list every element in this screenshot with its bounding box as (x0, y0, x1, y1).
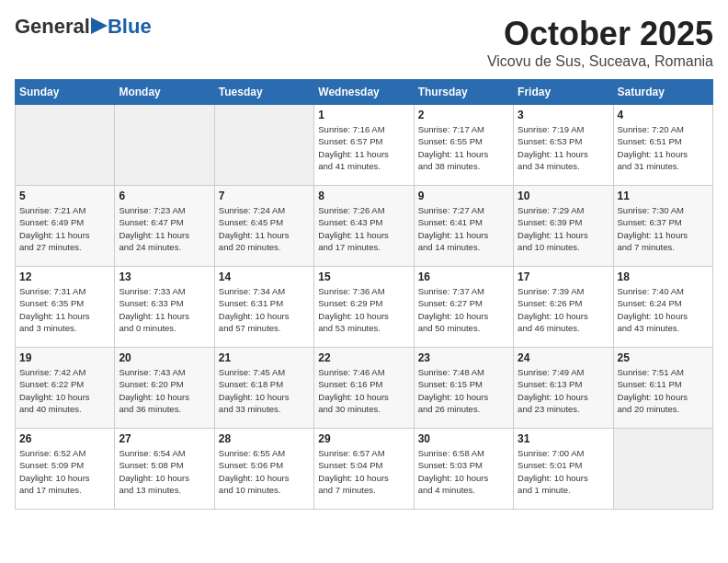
day-number: 14 (219, 270, 310, 283)
calendar-day-cell: 22Sunrise: 7:46 AM Sunset: 6:16 PM Dayli… (314, 348, 414, 429)
logo-general-text: General (15, 15, 90, 39)
day-number: 2 (418, 109, 509, 121)
day-info: Sunrise: 7:17 AM Sunset: 6:55 PM Dayligh… (418, 123, 509, 172)
day-number: 30 (418, 432, 509, 445)
day-number: 11 (618, 190, 709, 202)
calendar-day-cell: 30Sunrise: 6:58 AM Sunset: 5:03 PM Dayli… (414, 429, 513, 510)
day-number: 9 (418, 190, 509, 202)
calendar-day-cell: 9Sunrise: 7:27 AM Sunset: 6:41 PM Daylig… (414, 186, 513, 267)
day-number: 24 (518, 351, 609, 364)
day-of-week-header: Monday (115, 80, 214, 105)
day-info: Sunrise: 7:45 AM Sunset: 6:18 PM Dayligh… (219, 366, 310, 415)
day-info: Sunrise: 7:16 AM Sunset: 6:57 PM Dayligh… (318, 123, 409, 172)
calendar-day-cell (16, 105, 115, 186)
day-number: 28 (219, 432, 310, 445)
month-title: October 2025 (487, 15, 713, 53)
day-info: Sunrise: 7:30 AM Sunset: 6:37 PM Dayligh… (618, 204, 709, 253)
day-info: Sunrise: 7:48 AM Sunset: 6:15 PM Dayligh… (418, 366, 509, 415)
day-of-week-header: Saturday (613, 80, 712, 105)
calendar-day-cell: 27Sunrise: 6:54 AM Sunset: 5:08 PM Dayli… (115, 429, 214, 510)
day-info: Sunrise: 7:49 AM Sunset: 6:13 PM Dayligh… (518, 366, 609, 415)
day-number: 21 (219, 351, 310, 364)
day-number: 19 (19, 351, 110, 364)
day-info: Sunrise: 7:40 AM Sunset: 6:24 PM Dayligh… (618, 285, 709, 334)
day-info: Sunrise: 7:24 AM Sunset: 6:45 PM Dayligh… (219, 204, 310, 253)
day-of-week-header: Tuesday (214, 80, 313, 105)
calendar-day-cell (613, 429, 712, 510)
day-info: Sunrise: 7:19 AM Sunset: 6:53 PM Dayligh… (518, 123, 609, 172)
day-number: 17 (518, 270, 609, 283)
day-info: Sunrise: 7:20 AM Sunset: 6:51 PM Dayligh… (618, 123, 709, 172)
day-number: 3 (518, 109, 609, 121)
day-info: Sunrise: 7:37 AM Sunset: 6:27 PM Dayligh… (418, 285, 509, 334)
day-info: Sunrise: 7:26 AM Sunset: 6:43 PM Dayligh… (318, 204, 409, 253)
calendar-day-cell: 5Sunrise: 7:21 AM Sunset: 6:49 PM Daylig… (16, 186, 115, 267)
calendar-day-cell: 8Sunrise: 7:26 AM Sunset: 6:43 PM Daylig… (314, 186, 414, 267)
header-row: SundayMondayTuesdayWednesdayThursdayFrid… (16, 80, 713, 105)
calendar-day-cell: 6Sunrise: 7:23 AM Sunset: 6:47 PM Daylig… (115, 186, 214, 267)
calendar-day-cell: 12Sunrise: 7:31 AM Sunset: 6:35 PM Dayli… (16, 267, 115, 348)
day-of-week-header: Friday (514, 80, 613, 105)
calendar-day-cell (115, 105, 214, 186)
calendar-day-cell: 18Sunrise: 7:40 AM Sunset: 6:24 PM Dayli… (613, 267, 712, 348)
day-info: Sunrise: 6:58 AM Sunset: 5:03 PM Dayligh… (418, 447, 509, 496)
day-number: 6 (119, 190, 210, 202)
calendar-table: SundayMondayTuesdayWednesdayThursdayFrid… (15, 79, 713, 510)
calendar-day-cell: 26Sunrise: 6:52 AM Sunset: 5:09 PM Dayli… (16, 429, 115, 510)
day-number: 25 (618, 351, 709, 364)
day-of-week-header: Sunday (16, 80, 115, 105)
day-number: 26 (19, 432, 110, 445)
day-info: Sunrise: 7:51 AM Sunset: 6:11 PM Dayligh… (618, 366, 709, 415)
logo-blue-text: Blue (108, 15, 152, 39)
calendar-day-cell: 11Sunrise: 7:30 AM Sunset: 6:37 PM Dayli… (613, 186, 712, 267)
calendar-week-row: 19Sunrise: 7:42 AM Sunset: 6:22 PM Dayli… (16, 348, 713, 429)
day-info: Sunrise: 7:00 AM Sunset: 5:01 PM Dayligh… (518, 447, 609, 496)
day-info: Sunrise: 7:21 AM Sunset: 6:49 PM Dayligh… (19, 204, 110, 253)
calendar-day-cell: 28Sunrise: 6:55 AM Sunset: 5:06 PM Dayli… (214, 429, 313, 510)
day-number: 7 (219, 190, 310, 202)
day-info: Sunrise: 6:57 AM Sunset: 5:04 PM Dayligh… (318, 447, 409, 496)
calendar-day-cell: 19Sunrise: 7:42 AM Sunset: 6:22 PM Dayli… (16, 348, 115, 429)
day-info: Sunrise: 7:36 AM Sunset: 6:29 PM Dayligh… (318, 285, 409, 334)
calendar-day-cell: 15Sunrise: 7:36 AM Sunset: 6:29 PM Dayli… (314, 267, 414, 348)
day-number: 31 (518, 432, 609, 445)
calendar-day-cell: 21Sunrise: 7:45 AM Sunset: 6:18 PM Dayli… (214, 348, 313, 429)
day-info: Sunrise: 7:42 AM Sunset: 6:22 PM Dayligh… (19, 366, 110, 415)
calendar-day-cell: 1Sunrise: 7:16 AM Sunset: 6:57 PM Daylig… (314, 105, 414, 186)
day-number: 23 (418, 351, 509, 364)
day-of-week-header: Thursday (414, 80, 513, 105)
calendar-day-cell: 13Sunrise: 7:33 AM Sunset: 6:33 PM Dayli… (115, 267, 214, 348)
day-number: 22 (318, 351, 409, 364)
day-info: Sunrise: 7:27 AM Sunset: 6:41 PM Dayligh… (418, 204, 509, 253)
calendar-day-cell: 2Sunrise: 7:17 AM Sunset: 6:55 PM Daylig… (414, 105, 513, 186)
day-of-week-header: Wednesday (314, 80, 414, 105)
title-block: October 2025 Vicovu de Sus, Suceava, Rom… (487, 15, 713, 70)
calendar-day-cell: 20Sunrise: 7:43 AM Sunset: 6:20 PM Dayli… (115, 348, 214, 429)
day-number: 4 (618, 109, 709, 121)
day-number: 16 (418, 270, 509, 283)
day-info: Sunrise: 6:54 AM Sunset: 5:08 PM Dayligh… (119, 447, 210, 496)
day-number: 18 (618, 270, 709, 283)
calendar-week-row: 5Sunrise: 7:21 AM Sunset: 6:49 PM Daylig… (16, 186, 713, 267)
calendar-day-cell: 3Sunrise: 7:19 AM Sunset: 6:53 PM Daylig… (514, 105, 613, 186)
day-number: 5 (19, 190, 110, 202)
calendar-week-row: 26Sunrise: 6:52 AM Sunset: 5:09 PM Dayli… (16, 429, 713, 510)
day-info: Sunrise: 6:52 AM Sunset: 5:09 PM Dayligh… (19, 447, 110, 496)
day-info: Sunrise: 7:43 AM Sunset: 6:20 PM Dayligh… (119, 366, 210, 415)
day-number: 29 (318, 432, 409, 445)
day-info: Sunrise: 7:33 AM Sunset: 6:33 PM Dayligh… (119, 285, 210, 334)
day-info: Sunrise: 7:39 AM Sunset: 6:26 PM Dayligh… (518, 285, 609, 334)
day-info: Sunrise: 7:29 AM Sunset: 6:39 PM Dayligh… (518, 204, 609, 253)
calendar-day-cell: 17Sunrise: 7:39 AM Sunset: 6:26 PM Dayli… (514, 267, 613, 348)
calendar-header: SundayMondayTuesdayWednesdayThursdayFrid… (16, 80, 713, 105)
day-number: 20 (119, 351, 210, 364)
day-number: 27 (119, 432, 210, 445)
calendar-day-cell: 25Sunrise: 7:51 AM Sunset: 6:11 PM Dayli… (613, 348, 712, 429)
calendar-day-cell: 4Sunrise: 7:20 AM Sunset: 6:51 PM Daylig… (613, 105, 712, 186)
day-info: Sunrise: 7:46 AM Sunset: 6:16 PM Dayligh… (318, 366, 409, 415)
day-number: 15 (318, 270, 409, 283)
calendar-day-cell: 16Sunrise: 7:37 AM Sunset: 6:27 PM Dayli… (414, 267, 513, 348)
calendar-day-cell: 31Sunrise: 7:00 AM Sunset: 5:01 PM Dayli… (514, 429, 613, 510)
calendar-day-cell: 10Sunrise: 7:29 AM Sunset: 6:39 PM Dayli… (514, 186, 613, 267)
day-info: Sunrise: 7:31 AM Sunset: 6:35 PM Dayligh… (19, 285, 110, 334)
